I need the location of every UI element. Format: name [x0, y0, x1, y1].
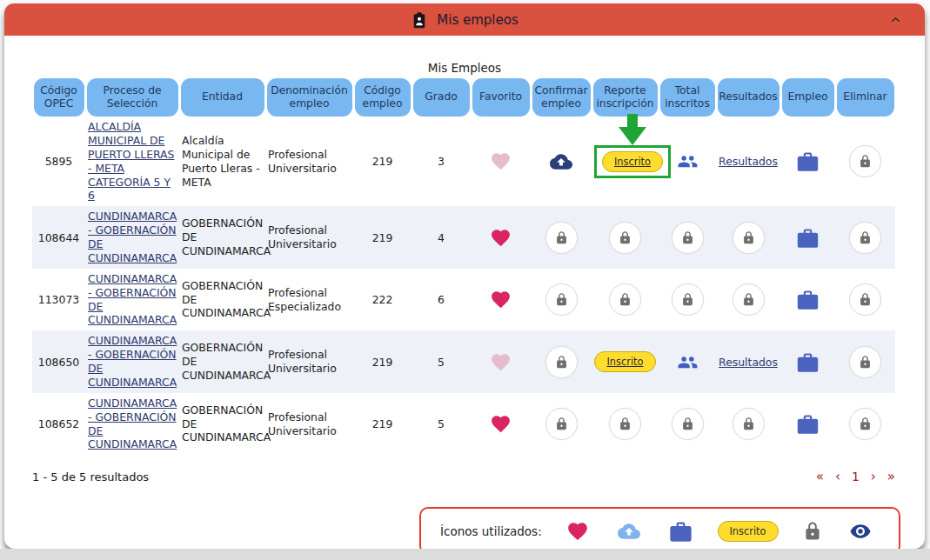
people-icon: [674, 352, 701, 372]
inscrito-badge[interactable]: Inscrito: [594, 351, 655, 372]
denominacion-empleo-value: Profesional Especializado: [268, 286, 341, 313]
codigo-empleo-value: 222: [372, 293, 393, 306]
locked-action: [609, 222, 641, 254]
lock-icon: [618, 292, 632, 307]
codigo-opec-value: 113073: [38, 293, 79, 306]
pager: « ‹ 1 › »: [816, 469, 895, 484]
lock-icon: [858, 355, 873, 370]
favorite-button[interactable]: [489, 227, 512, 249]
empleo-button[interactable]: [795, 226, 820, 250]
empleo-button[interactable]: [795, 412, 820, 436]
total-inscritos-button[interactable]: [674, 352, 701, 372]
codigo-opec-value: 108652: [38, 417, 79, 430]
collapse-panel-button[interactable]: [889, 14, 902, 25]
current-page-button[interactable]: 1: [852, 470, 860, 483]
codigo-empleo-value: 219: [372, 155, 393, 168]
resultados-link[interactable]: Resultados: [719, 155, 778, 168]
denominacion-empleo-value: Profesional Universitario: [268, 348, 337, 375]
proceso-seleccion-link[interactable]: ALCALDÍA MUNICIPAL DE PUERTO LLERAS - ME…: [88, 120, 174, 202]
prev-page-button[interactable]: ‹: [835, 469, 840, 484]
column-header: Código empleo: [355, 78, 411, 117]
lock-icon: [618, 417, 632, 431]
cloud-upload-icon: [613, 520, 645, 543]
chevron-up-icon: [889, 14, 902, 25]
empleo-button[interactable]: [795, 288, 820, 311]
entidad-value: GOBERNACIÓN DE CUNDINAMARCA: [182, 403, 271, 444]
lock-icon: [554, 355, 569, 370]
column-header: Eliminar: [837, 78, 894, 117]
briefcase-icon: [795, 150, 820, 173]
table-row: 108652CUNDINAMARCA - GOBERNACIÓN DE CUND…: [32, 393, 895, 456]
heart-icon: [489, 289, 512, 310]
legend-box: Íconos utilizados: Inscrito: [419, 507, 900, 555]
grado-value: 5: [438, 417, 445, 430]
lock-icon: [741, 292, 756, 307]
annotation-highlight-box: Inscrito: [594, 145, 671, 178]
favorite-button[interactable]: [489, 413, 512, 435]
legend-label: Íconos utilizados:: [440, 524, 542, 538]
entidad-value: GOBERNACIÓN DE CUNDINAMARCA: [182, 217, 271, 257]
resultados-link[interactable]: Resultados: [719, 356, 778, 369]
lock-icon: [858, 417, 873, 431]
eye-icon: [846, 520, 874, 543]
column-header: Denominación empleo: [267, 78, 352, 117]
table-row: 108650CUNDINAMARCA - GOBERNACIÓN DE CUND…: [32, 330, 895, 393]
panel-header: Mis empleos: [4, 3, 925, 36]
proceso-seleccion-link[interactable]: CUNDINAMARCA - GOBERNACIÓN DE CUNDINAMAR…: [88, 334, 177, 389]
lock-icon: [554, 230, 569, 245]
locked-action: [545, 408, 578, 440]
locked-action: [545, 222, 578, 254]
codigo-opec-value: 5895: [45, 155, 73, 168]
locked-action: [849, 346, 881, 378]
briefcase-icon: [795, 288, 820, 311]
proceso-seleccion-link[interactable]: CUNDINAMARCA - GOBERNACIÓN DE CUNDINAMAR…: [88, 397, 177, 451]
lock-icon: [554, 292, 569, 307]
column-header: Confirmar empleo: [532, 78, 591, 117]
last-page-button[interactable]: »: [887, 469, 895, 484]
locked-action: [733, 408, 765, 440]
briefcase-icon: [668, 519, 693, 543]
lock-icon: [554, 417, 569, 431]
lock-icon: [802, 521, 823, 542]
next-page-button[interactable]: ›: [871, 469, 876, 484]
lock-icon: [858, 292, 873, 307]
page-background-strip: [0, 549, 930, 560]
cloud-upload-icon: [545, 150, 577, 173]
codigo-empleo-value: 219: [372, 417, 393, 430]
briefcase-icon: [795, 412, 820, 436]
confirm-job-button[interactable]: [545, 150, 577, 173]
grado-value: 5: [438, 356, 445, 369]
lock-icon: [680, 292, 695, 307]
first-page-button[interactable]: «: [816, 469, 824, 484]
empleo-button[interactable]: [795, 350, 820, 374]
favorite-button[interactable]: [489, 289, 512, 310]
locked-action: [733, 283, 765, 316]
favorite-button[interactable]: [489, 150, 512, 172]
column-header: Resultados: [718, 78, 779, 117]
pagination-row: 1 - 5 de 5 resultados « ‹ 1 › »: [32, 469, 895, 484]
heart-icon: [489, 150, 512, 172]
column-header: Empleo: [782, 78, 834, 117]
id-badge-icon: [411, 10, 428, 30]
proceso-seleccion-link[interactable]: CUNDINAMARCA - GOBERNACIÓN DE CUNDINAMAR…: [88, 272, 177, 327]
column-header: Grado: [413, 78, 470, 117]
column-header: Entidad: [181, 78, 264, 117]
grado-value: 4: [438, 231, 445, 244]
entidad-value: Alcaldía Municipal de Puerto Lleras - ME…: [182, 134, 260, 189]
column-header: Código OPEC: [34, 78, 84, 117]
total-inscritos-button[interactable]: [674, 151, 701, 171]
empleo-button[interactable]: [795, 150, 820, 173]
heart-icon: [489, 351, 512, 373]
panel-title: Mis empleos: [437, 12, 518, 28]
proceso-seleccion-link[interactable]: CUNDINAMARCA - GOBERNACIÓN DE CUNDINAMAR…: [88, 210, 177, 264]
favorite-button[interactable]: [489, 351, 512, 373]
locked-action: [849, 222, 881, 254]
inscrito-badge[interactable]: Inscrito: [602, 151, 663, 172]
codigo-opec-value: 108650: [38, 356, 79, 369]
locked-action: [672, 222, 704, 254]
lock-icon: [741, 417, 756, 431]
column-header: Total inscritos: [660, 78, 715, 117]
locked-action: [849, 145, 881, 177]
table-title: Mis Empleos: [4, 61, 925, 75]
codigo-empleo-value: 219: [372, 231, 393, 244]
